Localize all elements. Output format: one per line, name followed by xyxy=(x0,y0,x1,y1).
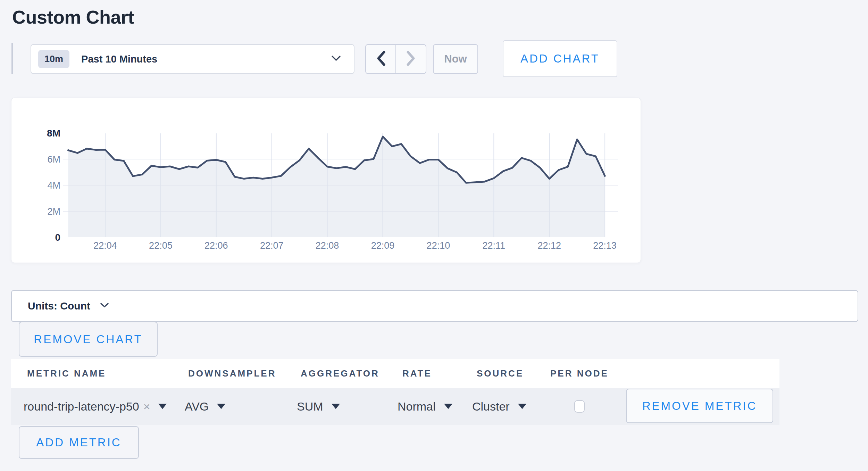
svg-text:6M: 6M xyxy=(47,154,60,165)
svg-text:22:06: 22:06 xyxy=(205,240,228,251)
caret-down-icon xyxy=(158,404,167,409)
column-header-source: SOURCE xyxy=(477,368,524,379)
time-range-badge: 10m xyxy=(38,50,69,68)
aggregator-select[interactable]: SUM xyxy=(297,400,340,413)
units-label: Units: Count xyxy=(28,300,90,312)
time-back-button[interactable] xyxy=(366,45,396,73)
time-nav-group xyxy=(365,44,426,74)
source-select[interactable]: Cluster xyxy=(472,400,526,413)
svg-text:22:11: 22:11 xyxy=(483,240,506,251)
chevron-left-icon xyxy=(376,51,386,67)
time-range-select[interactable]: 10m Past 10 Minutes xyxy=(31,44,354,74)
add-chart-button[interactable]: ADD CHART xyxy=(503,40,617,77)
svg-text:22:08: 22:08 xyxy=(316,240,339,251)
downsampler-select[interactable]: AVG xyxy=(185,400,225,413)
caret-down-icon xyxy=(444,404,452,409)
remove-chart-button[interactable]: REMOVE CHART xyxy=(19,322,158,357)
aggregator-value: SUM xyxy=(297,400,323,413)
chart-card: 02M4M6M8M22:0422:0522:0622:0722:0822:092… xyxy=(11,98,641,263)
svg-text:22:12: 22:12 xyxy=(537,240,561,251)
column-header-metric-name: METRIC NAME xyxy=(27,368,106,379)
metric-row: round-trip-latency-p50 × AVG SUM Normal … xyxy=(11,388,779,425)
time-selector-rule xyxy=(11,43,13,74)
time-range-label: Past 10 Minutes xyxy=(81,53,157,65)
rate-value: Normal xyxy=(398,400,436,413)
now-button[interactable]: Now xyxy=(433,44,478,74)
time-forward-button[interactable] xyxy=(396,45,426,73)
source-value: Cluster xyxy=(472,400,510,413)
custom-chart-page: Custom Chart 10m Past 10 Minutes Now ADD… xyxy=(0,0,868,471)
column-header-downsampler: DOWNSAMPLER xyxy=(188,368,276,379)
metrics-table-header: METRIC NAME DOWNSAMPLER AGGREGATOR RATE … xyxy=(11,359,779,388)
caret-down-icon xyxy=(518,404,526,409)
metric-name-value: round-trip-latency-p50 xyxy=(24,400,139,413)
chevron-right-icon xyxy=(406,51,416,67)
svg-text:22:10: 22:10 xyxy=(427,240,450,251)
caret-down-icon xyxy=(332,404,340,409)
downsampler-value: AVG xyxy=(185,400,209,413)
chevron-down-icon xyxy=(331,55,341,63)
chevron-down-icon xyxy=(100,302,109,310)
svg-text:2M: 2M xyxy=(47,206,60,217)
svg-text:0: 0 xyxy=(55,232,60,243)
column-header-aggregator: AGGREGATOR xyxy=(301,368,379,379)
units-select[interactable]: Units: Count xyxy=(11,290,858,322)
column-header-rate: RATE xyxy=(402,368,432,379)
svg-text:22:05: 22:05 xyxy=(149,240,173,251)
remove-metric-button[interactable]: REMOVE METRIC xyxy=(626,389,773,423)
rate-select[interactable]: Normal xyxy=(398,400,452,413)
svg-text:22:04: 22:04 xyxy=(93,240,117,251)
column-header-per-node: PER NODE xyxy=(550,368,609,379)
svg-text:22:07: 22:07 xyxy=(260,240,284,251)
svg-text:4M: 4M xyxy=(47,180,60,191)
add-metric-button[interactable]: ADD METRIC xyxy=(19,426,139,459)
page-title: Custom Chart xyxy=(12,6,134,28)
caret-down-icon xyxy=(217,404,225,409)
clear-icon[interactable]: × xyxy=(143,400,150,413)
per-node-checkbox[interactable] xyxy=(574,400,585,413)
svg-text:22:13: 22:13 xyxy=(593,240,617,251)
svg-text:8M: 8M xyxy=(47,128,60,139)
metrics-line-chart: 02M4M6M8M22:0422:0522:0622:0722:0822:092… xyxy=(11,98,641,263)
svg-text:22:09: 22:09 xyxy=(371,240,395,251)
metric-name-select[interactable]: round-trip-latency-p50 × xyxy=(24,400,167,413)
